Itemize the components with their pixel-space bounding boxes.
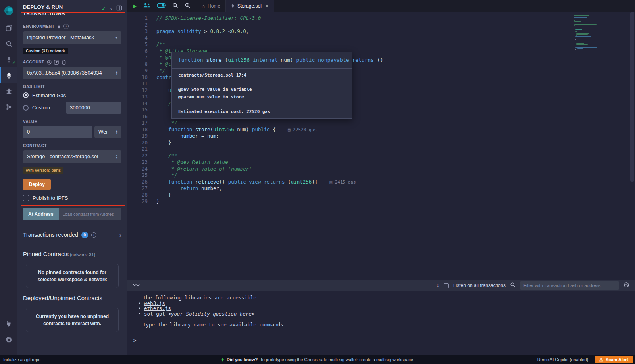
plugin-connector-icon[interactable] — [0, 99, 17, 115]
code-line-21: 21 — [127, 146, 635, 153]
publish-ipfs-checkbox[interactable] — [23, 195, 29, 201]
run-script-icon[interactable]: ▶ — [133, 3, 137, 9]
panel-forward-icon[interactable]: › — [110, 6, 112, 12]
editor-area: ▶ ⌂ Home — [127, 0, 635, 355]
debugger-icon[interactable] — [0, 83, 17, 99]
code-line-24: 24 * @return value of 'number' — [127, 166, 635, 172]
estimated-gas-radio[interactable] — [23, 92, 29, 98]
toggle-icon[interactable] — [157, 2, 166, 10]
deploy-run-icon[interactable] — [0, 67, 17, 83]
listen-transactions-label: Listen on all transactions — [453, 283, 506, 288]
deploy-form: ENVIRONMENT i Injected Provider - MetaMa… — [17, 17, 127, 230]
value-input[interactable] — [23, 126, 92, 138]
evm-version-badge: evm version: paris — [23, 167, 64, 174]
terminal-line: • web3.js — [133, 301, 635, 306]
terminal-output[interactable]: The following libraries are accessible:•… — [127, 291, 635, 355]
account-select[interactable]: 0xA03...85ac4 (0.398673504934 ▴▾ — [23, 67, 121, 79]
deployed-empty-message: Currently you have no unpinned contracts… — [26, 308, 119, 332]
plug-icon[interactable] — [57, 24, 61, 29]
search-icon[interactable] — [0, 36, 17, 52]
terminal-line — [133, 327, 635, 333]
remix-logo[interactable] — [0, 2, 17, 20]
close-tab-icon[interactable]: × — [266, 3, 269, 9]
panel-title: DEPLOY & RUN TRANSACTIONS — [23, 4, 83, 17]
code-line-2: 2 — [127, 22, 635, 29]
panel-layout-icon[interactable] — [116, 5, 122, 12]
publish-ipfs-row[interactable]: Publish to IPFS — [23, 195, 121, 201]
code-line-20: 20 } — [127, 140, 635, 146]
copy-account-icon[interactable] — [61, 60, 66, 65]
solidity-compiler-icon[interactable]: ✓ — [0, 52, 17, 67]
environment-info-icon[interactable]: i — [64, 24, 69, 29]
tip-text: To prototype using the Gnosis safe multi… — [260, 357, 414, 362]
add-account-icon[interactable] — [47, 60, 52, 65]
value-unit-select[interactable]: Wei ▴▾ — [94, 126, 121, 138]
deploy-run-panel: DEPLOY & RUN TRANSACTIONS ✓ › ENVIRONMEN… — [17, 0, 127, 355]
remix-ide: ✓ DEPLOY & RUN TRANSA — [0, 0, 635, 364]
tab-home[interactable]: ⌂ Home — [196, 0, 226, 12]
edit-account-icon[interactable] — [54, 60, 59, 65]
deployed-contracts-title: Deployed/Unpinned Contracts — [23, 295, 121, 301]
code-line-27: 27 return number; — [127, 185, 635, 192]
contract-select[interactable]: Storage - contracts/Storage.sol ▴▾ — [23, 150, 121, 163]
tooltip-location: contracts/Storage.sol 17:4 — [172, 68, 352, 82]
code-line-26: 26 function retrieve() public view retur… — [127, 179, 635, 186]
code-line-19: 19 number = num; — [127, 133, 635, 140]
status-bar: Initialize as git repo Did you know? To … — [0, 355, 635, 364]
value-label: VALUE — [23, 119, 121, 124]
publish-ipfs-label: Publish to IPFS — [33, 195, 68, 201]
terminal-line: • ethers.js — [133, 306, 635, 311]
transactions-recorded-row: Transactions recorded 0 i › — [17, 230, 127, 244]
network-badge: Custom (31) network — [23, 48, 68, 54]
file-explorer-icon[interactable] — [0, 20, 17, 36]
terminal-line — [133, 333, 635, 338]
at-address-input[interactable] — [59, 208, 121, 220]
git-init-label[interactable]: Initialize as git repo — [3, 357, 40, 362]
scam-alert-badge[interactable]: ⚠ Scam Alert — [595, 356, 633, 363]
terminal-search-icon[interactable] — [510, 282, 516, 289]
tooltip-docs: @dev Store value in variable@param num v… — [172, 82, 352, 105]
clear-console-icon[interactable] — [623, 282, 629, 289]
terminal-toolbar: 0 Listen on all transactions — [127, 280, 635, 291]
custom-gas-radio[interactable] — [23, 105, 29, 111]
estimated-gas-option[interactable]: Estimated Gas — [23, 92, 121, 98]
transaction-filter-input[interactable] — [520, 281, 619, 290]
settings-gear-icon[interactable] — [0, 331, 17, 347]
account-label: ACCOUNT — [23, 60, 44, 64]
transactions-info-icon[interactable]: i — [91, 232, 96, 238]
tooltip-signature: function store (uint256 internal num) pu… — [172, 52, 352, 68]
at-address-button[interactable]: At Address — [23, 208, 59, 220]
tab-storage-sol[interactable]: Storage.sol × — [226, 0, 274, 12]
select-caret-icon: ▴▾ — [116, 130, 117, 134]
collaboration-icon[interactable] — [143, 2, 150, 10]
transactions-expand-icon[interactable]: › — [119, 232, 121, 238]
contract-label: CONTRACT — [23, 144, 121, 148]
gas-limit-label: GAS LIMIT — [23, 84, 121, 89]
activity-bar: ✓ — [0, 0, 17, 355]
editor-scrollbar[interactable] — [629, 12, 635, 280]
select-caret-icon: ▴▾ — [116, 154, 117, 159]
terminal-expand-icon[interactable] — [133, 282, 140, 289]
terminal-prompt: > — [133, 338, 635, 343]
custom-gas-option[interactable]: Custom — [23, 102, 121, 114]
environment-select[interactable]: Injected Provider - MetaMask ▾ — [23, 31, 121, 44]
minimap[interactable] — [574, 15, 629, 52]
code-line-25: 25 */ — [127, 172, 635, 179]
custom-gas-input[interactable] — [66, 102, 121, 114]
chevron-down-icon: ▾ — [115, 35, 117, 40]
code-editor[interactable]: 1// SPDX-License-Identifier: GPL-3.023pr… — [127, 12, 635, 280]
copilot-status[interactable]: RemixAI Copilot (enabled) — [537, 357, 588, 362]
zoom-in-icon[interactable] — [185, 2, 190, 10]
environment-label-row: ENVIRONMENT i — [23, 24, 121, 29]
deploy-button[interactable]: Deploy — [23, 179, 51, 190]
listen-transactions-checkbox[interactable] — [444, 283, 449, 288]
transactions-count-badge: 0 — [81, 232, 88, 238]
terminal-line: Type the library name to see available c… — [133, 322, 635, 328]
plugin-manager-icon[interactable] — [0, 316, 17, 331]
code-line-29: 29} — [127, 198, 635, 205]
terminal-line: The following libraries are accessible: — [133, 295, 635, 301]
tip-icon — [221, 357, 224, 362]
zoom-out-icon[interactable] — [172, 2, 178, 10]
tab-storage-label: Storage.sol — [237, 3, 262, 9]
scrollbar-thumb[interactable] — [630, 12, 634, 182]
